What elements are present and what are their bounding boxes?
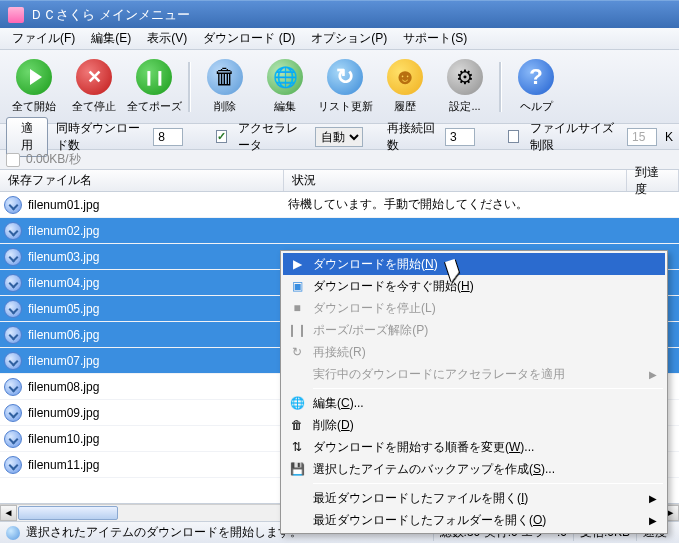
download-icon — [4, 404, 22, 422]
scroll-left-icon[interactable]: ◄ — [0, 505, 17, 521]
accel-label: アクセラレータ — [238, 120, 307, 154]
download-icon — [4, 352, 22, 370]
stop-icon — [76, 59, 112, 95]
menu-edit[interactable]: 編集(E) — [83, 28, 139, 49]
cm-delete[interactable]: 🗑 削除(D) — [283, 414, 665, 436]
file-name: filenum05.jpg — [28, 302, 288, 316]
retry-label: 再接続回数 — [387, 120, 437, 154]
context-menu: ▶ ダウンロードを開始(N) ▣ ダウンロードを今すぐ開始(H) ■ ダウンロー… — [280, 250, 668, 534]
cm-recent-file[interactable]: 最近ダウンロードしたファイルを開く(I) ▶ — [283, 487, 665, 509]
concurrent-label: 同時ダウンロード数 — [56, 120, 145, 154]
size-limit-checkbox[interactable] — [508, 130, 519, 143]
window-title: ＤＣさくら メインメニュー — [30, 6, 190, 24]
file-name: filenum01.jpg — [28, 198, 288, 212]
chevron-right-icon: ▶ — [649, 493, 657, 504]
retry-input[interactable] — [445, 128, 475, 146]
cm-backup[interactable]: 💾 選択したアイテムのバックアップを作成(S)... — [283, 458, 665, 480]
file-status: 待機しています。手動で開始してください。 — [288, 196, 528, 213]
accel-checkbox[interactable] — [216, 130, 227, 143]
cm-pause: ❙❙ ポーズ/ポーズ解除(P) — [283, 319, 665, 341]
menubar: ファイル(F) 編集(E) 表示(V) ダウンロード (D) オプション(P) … — [0, 28, 679, 50]
speed-rate: 0.00KB/秒 — [26, 151, 81, 168]
start-all-button[interactable]: 全て開始 — [4, 57, 64, 116]
download-icon — [4, 430, 22, 448]
chevron-right-icon: ▶ — [649, 515, 657, 526]
refresh-icon — [327, 59, 363, 95]
cm-change-order[interactable]: ⇅ ダウンロードを開始する順番を変更(W)... — [283, 436, 665, 458]
app-icon — [8, 7, 24, 23]
pause-icon — [136, 59, 172, 95]
backup-icon: 💾 — [289, 461, 305, 477]
file-name: filenum03.jpg — [28, 250, 288, 264]
separator — [313, 483, 663, 484]
stop-icon: ■ — [289, 300, 305, 316]
trash-icon: 🗑 — [289, 417, 305, 433]
menu-support[interactable]: サポート(S) — [395, 28, 475, 49]
menu-file[interactable]: ファイル(F) — [4, 28, 83, 49]
reconnect-icon: ↻ — [289, 344, 305, 360]
window-icon: ▣ — [289, 278, 305, 294]
globe-icon: 🌐 — [289, 395, 305, 411]
titlebar: ＤＣさくら メインメニュー — [0, 0, 679, 28]
file-name: filenum07.jpg — [28, 354, 288, 368]
accel-mode-select[interactable]: 自動 — [315, 127, 363, 147]
globe-icon — [267, 59, 303, 95]
size-limit-input[interactable] — [627, 128, 657, 146]
concurrent-input[interactable] — [153, 128, 183, 146]
download-icon — [4, 326, 22, 344]
size-limit-unit: K — [665, 130, 673, 144]
column-progress[interactable]: 到達度 — [627, 170, 679, 191]
cm-stop: ■ ダウンロードを停止(L) — [283, 297, 665, 319]
speed-slider[interactable] — [6, 153, 20, 167]
settings-button[interactable]: 設定... — [435, 57, 495, 116]
menu-view[interactable]: 表示(V) — [139, 28, 195, 49]
column-headers: 保存ファイル名 状況 到達度 — [0, 170, 679, 192]
file-name: filenum06.jpg — [28, 328, 288, 342]
separator — [313, 388, 663, 389]
cm-start-download[interactable]: ▶ ダウンロードを開始(N) — [283, 253, 665, 275]
column-filename[interactable]: 保存ファイル名 — [0, 170, 284, 191]
download-icon — [4, 248, 22, 266]
trash-icon — [207, 59, 243, 95]
separator — [188, 62, 191, 112]
options-bar: 適用 同時ダウンロード数 アクセラレータ 自動 再接続回数 ファイルサイズ制限 … — [0, 124, 679, 150]
separator — [499, 62, 502, 112]
file-name: filenum08.jpg — [28, 380, 288, 394]
file-name: filenum10.jpg — [28, 432, 288, 446]
stop-all-button[interactable]: 全て停止 — [64, 57, 124, 116]
help-button[interactable]: ヘルプ — [506, 57, 566, 116]
list-item[interactable]: filenum02.jpg — [0, 218, 679, 244]
download-icon — [4, 378, 22, 396]
menu-options[interactable]: オプション(P) — [303, 28, 395, 49]
pause-icon: ❙❙ — [289, 322, 305, 338]
pause-all-button[interactable]: 全てポーズ — [124, 57, 184, 116]
cm-start-now[interactable]: ▣ ダウンロードを今すぐ開始(H) — [283, 275, 665, 297]
play-icon: ▶ — [289, 256, 305, 272]
cm-edit[interactable]: 🌐 編集(C)... — [283, 392, 665, 414]
file-name: filenum02.jpg — [28, 224, 288, 238]
toolbar: 全て開始 全て停止 全てポーズ 削除 編集 リスト更新 履歴 設定... ヘルプ — [0, 50, 679, 124]
download-icon — [4, 456, 22, 474]
edit-button[interactable]: 編集 — [255, 57, 315, 116]
file-name: filenum09.jpg — [28, 406, 288, 420]
download-icon — [4, 222, 22, 240]
history-icon — [387, 59, 423, 95]
cm-accel: 実行中のダウンロードにアクセラレータを適用 ▶ — [283, 363, 665, 385]
delete-button[interactable]: 削除 — [195, 57, 255, 116]
gear-icon — [447, 59, 483, 95]
help-icon — [518, 59, 554, 95]
status-icon — [6, 526, 20, 540]
column-status[interactable]: 状況 — [284, 170, 628, 191]
cm-reconnect: ↻ 再接続(R) — [283, 341, 665, 363]
download-icon — [4, 196, 22, 214]
list-item[interactable]: filenum01.jpg待機しています。手動で開始してください。 — [0, 192, 679, 218]
cm-recent-folder[interactable]: 最近ダウンロードしたフォルダーを開く(O) ▶ — [283, 509, 665, 531]
scroll-thumb[interactable] — [18, 506, 118, 520]
size-limit-label: ファイルサイズ制限 — [530, 120, 619, 154]
download-icon — [4, 274, 22, 292]
file-name: filenum11.jpg — [28, 458, 288, 472]
history-button[interactable]: 履歴 — [375, 57, 435, 116]
menu-download[interactable]: ダウンロード (D) — [195, 28, 303, 49]
download-icon — [4, 300, 22, 318]
refresh-button[interactable]: リスト更新 — [315, 57, 375, 116]
